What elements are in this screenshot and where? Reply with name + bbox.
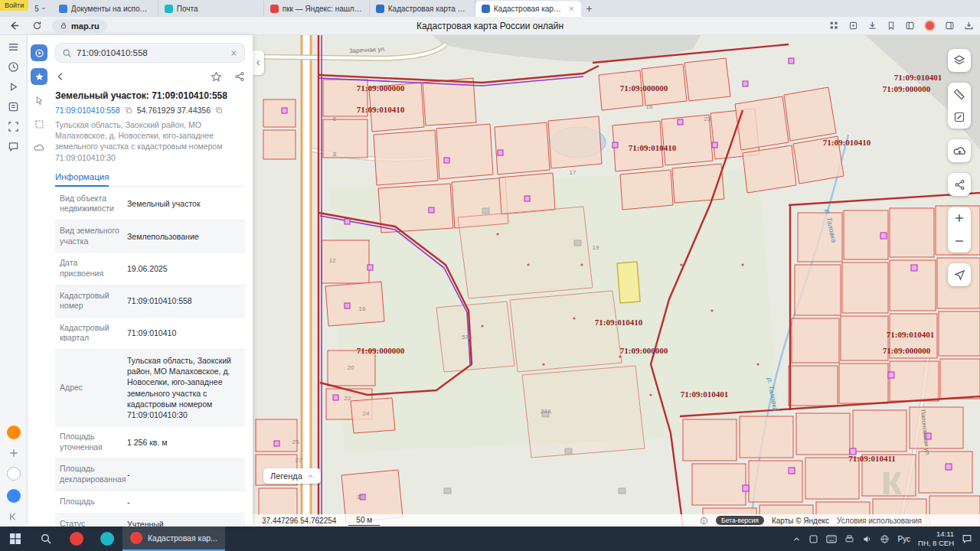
select-area-tool-button[interactable] bbox=[31, 116, 47, 132]
attributes-table: Вид объекта недвижимостиЗемельный участо… bbox=[55, 188, 245, 527]
services-icon[interactable] bbox=[7, 489, 21, 503]
browser-toolbar: Кадастровая карта России онлайн map.ru bbox=[0, 17, 980, 35]
add-panel-icon[interactable] bbox=[8, 448, 19, 458]
geolocation-button[interactable] bbox=[948, 263, 971, 286]
tab-mail[interactable]: Почта bbox=[158, 1, 264, 17]
tab-cadastre-map-1[interactable]: Кадастровая карта Росс bbox=[370, 1, 475, 17]
clear-search-icon[interactable] bbox=[230, 49, 238, 57]
volume-icon[interactable] bbox=[862, 534, 872, 544]
map-copyright: Карты © Яндекс bbox=[772, 517, 829, 525]
tab-group-button[interactable]: 5 bbox=[28, 0, 53, 17]
selected-parcel[interactable] bbox=[617, 262, 640, 303]
cadastre-number-link[interactable]: 71:09:010410:558 bbox=[55, 106, 120, 115]
upload-button[interactable] bbox=[948, 139, 971, 162]
url-text: map.ru bbox=[71, 21, 100, 31]
quarter-label: 71:09:010410 bbox=[823, 138, 871, 147]
extensions-icon[interactable] bbox=[848, 21, 858, 31]
tab-cadastre-map-active[interactable]: Кадастровая карта Ро... bbox=[475, 1, 581, 17]
taskbar-search-button[interactable] bbox=[31, 527, 61, 551]
quarter-label: 71:09:000000 bbox=[357, 346, 405, 355]
pkk-logo-icon[interactable] bbox=[31, 44, 47, 61]
layers-button[interactable] bbox=[948, 49, 971, 72]
taskbar-active-task[interactable]: Кадастровая кар... bbox=[122, 527, 225, 551]
screenshot-icon[interactable] bbox=[8, 121, 19, 132]
zoom-out-button[interactable] bbox=[948, 230, 971, 253]
alice-icon[interactable] bbox=[7, 467, 21, 481]
sidebar-panel-icon[interactable] bbox=[945, 21, 955, 31]
download-icon[interactable] bbox=[867, 21, 877, 31]
language-indicator[interactable]: Рус bbox=[897, 535, 910, 543]
tab-group-count: 5 bbox=[34, 5, 39, 13]
layers-icon bbox=[953, 54, 965, 67]
back-arrow-icon bbox=[8, 20, 20, 31]
terms-link[interactable]: Условия использования bbox=[837, 517, 922, 525]
start-button[interactable] bbox=[0, 527, 31, 551]
layers-tool-button[interactable] bbox=[31, 139, 47, 156]
tab-documents[interactable]: Документы на исполнен bbox=[53, 1, 158, 17]
browser-login-button[interactable]: Войти bbox=[0, 0, 28, 11]
search-input[interactable] bbox=[77, 48, 225, 57]
row-value: Землепользование bbox=[127, 231, 240, 242]
favorites-tool-button[interactable] bbox=[31, 68, 47, 85]
draw-button[interactable] bbox=[948, 106, 971, 129]
quarter-label: 71:09:000000 bbox=[883, 346, 931, 355]
collapse-sidebar-icon[interactable] bbox=[8, 511, 19, 522]
network-icon[interactable] bbox=[880, 534, 890, 544]
printer-icon[interactable] bbox=[844, 534, 854, 544]
taskbar-app-yandex[interactable] bbox=[61, 527, 92, 551]
copy-icon[interactable] bbox=[215, 106, 223, 114]
taskbar-app-mail[interactable] bbox=[92, 527, 122, 551]
favorite-star-icon[interactable] bbox=[211, 71, 222, 83]
notifications-icon[interactable] bbox=[962, 533, 972, 544]
apps-grid-icon[interactable] bbox=[829, 21, 839, 31]
collections-icon[interactable] bbox=[905, 21, 915, 31]
row-label: Кадастровый квартал bbox=[60, 323, 127, 344]
copy-icon[interactable] bbox=[125, 106, 132, 114]
parcel-number: 8 bbox=[333, 151, 337, 158]
pkk-tools-column bbox=[28, 35, 51, 527]
menu-icon[interactable] bbox=[8, 41, 19, 53]
collapse-panel-button[interactable] bbox=[253, 51, 264, 75]
tab-yandex-search[interactable]: пкк — Яндекс: нашлось bbox=[264, 1, 370, 17]
panel-back-icon[interactable] bbox=[55, 71, 66, 82]
taskbar-clock[interactable]: 14:11 ПН, 8 СЕН bbox=[918, 530, 954, 548]
share-map-button[interactable] bbox=[948, 173, 971, 196]
tab-label: Документы на исполнен bbox=[71, 5, 152, 13]
keyboard-icon[interactable] bbox=[826, 535, 837, 543]
quarter-label: 71:09:000000 bbox=[357, 83, 405, 93]
tab-label: пкк — Яндекс: нашлось bbox=[283, 5, 363, 13]
history-icon[interactable] bbox=[8, 61, 19, 73]
search-box[interactable] bbox=[55, 43, 245, 63]
parcel-number: 16 bbox=[646, 103, 653, 110]
map-canvas[interactable]: 71:09:000000 71:09:010410 71:09:000000 7… bbox=[253, 35, 980, 527]
app-tray-icon[interactable] bbox=[808, 534, 818, 544]
tab-information[interactable]: Информация bbox=[55, 172, 109, 187]
parcel-number: 12 bbox=[329, 257, 336, 264]
share-icon[interactable] bbox=[234, 71, 245, 82]
bookmark-flag-icon[interactable] bbox=[887, 21, 896, 31]
address-bar[interactable]: map.ru bbox=[52, 19, 107, 33]
quarter-label: 71:09:000000 bbox=[620, 83, 668, 93]
new-tab-button[interactable] bbox=[581, 1, 598, 17]
downloads-tray-icon[interactable] bbox=[964, 21, 974, 31]
legend-button[interactable]: Легенда bbox=[263, 468, 321, 484]
panel-content: Земельный участок: 71:09:010410:558 71:0… bbox=[51, 35, 253, 527]
back-button[interactable] bbox=[6, 18, 21, 34]
play-icon[interactable] bbox=[8, 81, 19, 93]
close-tab-icon[interactable] bbox=[568, 5, 575, 12]
tray-expand-icon[interactable] bbox=[792, 535, 801, 543]
zoom-in-button[interactable] bbox=[948, 207, 971, 230]
tabs-panel-icon[interactable] bbox=[8, 101, 19, 112]
measure-button[interactable] bbox=[948, 83, 971, 106]
messenger-icon[interactable] bbox=[7, 425, 21, 439]
pointer-tool-button[interactable] bbox=[31, 92, 47, 109]
plus-icon bbox=[585, 5, 593, 13]
chat-icon[interactable] bbox=[8, 141, 19, 152]
profile-avatar[interactable] bbox=[924, 20, 936, 31]
info-icon[interactable] bbox=[700, 517, 708, 525]
mail-app-icon bbox=[100, 532, 114, 546]
plus-icon bbox=[954, 213, 965, 223]
tab-label: Почта bbox=[177, 5, 257, 13]
reload-button[interactable] bbox=[29, 18, 44, 34]
table-row: Дата присвоения19.06.2025 bbox=[55, 253, 245, 285]
